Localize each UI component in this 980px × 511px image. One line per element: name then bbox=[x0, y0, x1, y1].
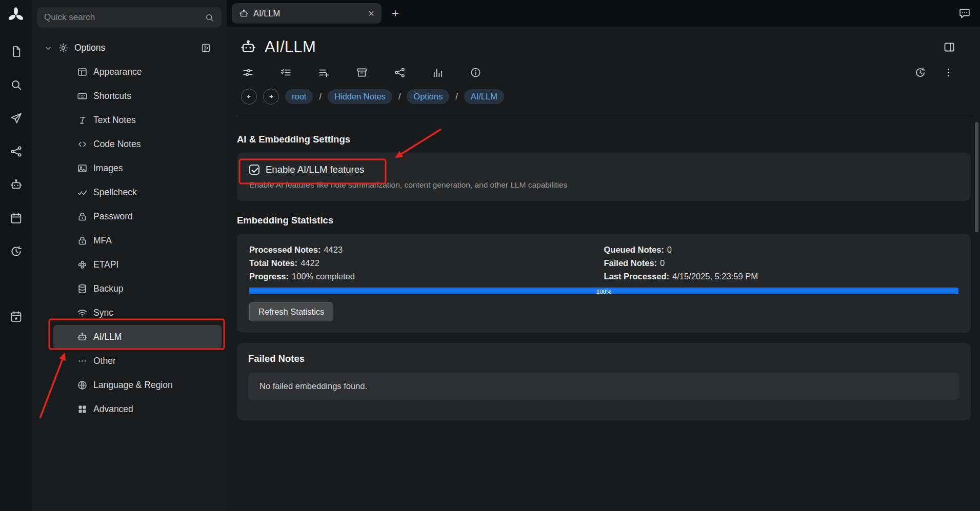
navigate-forward-button[interactable] bbox=[263, 89, 279, 105]
enable-ai-description: Enable AI features like note summarizati… bbox=[249, 180, 958, 190]
note-map-icon bbox=[10, 145, 23, 158]
tab-ai-llm[interactable]: AI/LLM × bbox=[232, 3, 382, 24]
note-actions-menu[interactable] bbox=[943, 67, 954, 78]
section-heading-ai-settings: AI & Embedding Settings bbox=[237, 134, 971, 145]
note-icon-button[interactable] bbox=[240, 39, 256, 55]
launcher-ai-chat[interactable] bbox=[10, 178, 23, 191]
kebab-menu-icon bbox=[943, 67, 954, 78]
keyboard-icon bbox=[77, 91, 88, 101]
chevron-down-icon[interactable] bbox=[44, 44, 52, 52]
ribbon-similar-notes[interactable] bbox=[432, 67, 444, 78]
grid-icon bbox=[77, 404, 88, 415]
sidebar-item-advanced[interactable]: Advanced bbox=[32, 397, 227, 421]
calendar-icon bbox=[10, 212, 23, 224]
create-split-button[interactable] bbox=[943, 41, 955, 53]
enable-ai-label[interactable]: Enable AI/LLM features bbox=[266, 164, 364, 175]
launcher-recent-changes[interactable] bbox=[10, 245, 23, 258]
scrollbar-thumb[interactable] bbox=[975, 122, 978, 232]
dots-icon bbox=[77, 356, 88, 366]
sidebar-item-mfa[interactable]: MFA bbox=[32, 229, 227, 253]
arrow-left-icon bbox=[245, 92, 253, 101]
tree-item-label: Spellcheck bbox=[93, 187, 137, 198]
ribbon-inherited-attributes[interactable] bbox=[318, 67, 330, 78]
launcher-calendar[interactable] bbox=[10, 212, 23, 224]
sidebar-item-options[interactable]: Options bbox=[32, 36, 227, 60]
ribbon-owned-attributes[interactable] bbox=[280, 67, 292, 78]
sidebar-item-password[interactable]: Password bbox=[32, 205, 227, 229]
sidebar-item-other[interactable]: Other bbox=[32, 349, 227, 373]
wifi-icon bbox=[77, 308, 88, 318]
tree-item-label: Backup bbox=[93, 283, 123, 294]
tree-item-label: Sync bbox=[93, 308, 113, 318]
stat-total-notes: Total Notes:4422 bbox=[249, 258, 604, 268]
sidebar-item-spellcheck[interactable]: Spellcheck bbox=[32, 180, 227, 205]
list-plus-icon bbox=[318, 67, 330, 78]
new-tab-button[interactable]: + bbox=[392, 6, 399, 21]
enable-ai-checkbox[interactable] bbox=[249, 165, 259, 175]
extension-icon bbox=[77, 259, 88, 270]
note-map-icon bbox=[394, 67, 406, 78]
sidebar-item-backup[interactable]: Backup bbox=[32, 277, 227, 301]
main-panel: AI/LLM × + AI/LLM bbox=[227, 0, 980, 511]
navigate-back-button[interactable] bbox=[241, 89, 257, 105]
breadcrumb-hidden-notes[interactable]: Hidden Notes bbox=[328, 89, 392, 104]
stat-progress: Progress:100% completed bbox=[249, 272, 604, 281]
tab-label: AI/LLM bbox=[253, 9, 280, 18]
launcher-today-journal[interactable] bbox=[10, 310, 23, 323]
tree-item-label: Other bbox=[93, 356, 116, 366]
database-icon bbox=[77, 283, 88, 294]
launcher-jump-to-note[interactable] bbox=[10, 112, 23, 125]
section-heading-failed-notes: Failed Notes bbox=[248, 353, 959, 364]
history-icon bbox=[914, 67, 926, 78]
sidebar-item-images[interactable]: Images bbox=[32, 156, 227, 180]
chat-button[interactable] bbox=[958, 7, 971, 19]
ai-settings-card: Enable AI/LLM features Enable AI feature… bbox=[237, 153, 971, 201]
sidebar-item-sync[interactable]: Sync bbox=[32, 301, 227, 325]
sidebar-item-language-region[interactable]: Language & Region bbox=[32, 373, 227, 397]
breadcrumb-separator: / bbox=[455, 92, 457, 101]
archive-icon bbox=[356, 67, 368, 78]
quick-search-input[interactable] bbox=[44, 12, 205, 23]
stat-queued-notes: Queued Notes:0 bbox=[604, 245, 959, 255]
breadcrumb-options[interactable]: Options bbox=[407, 89, 449, 104]
launcher-new-note[interactable] bbox=[10, 45, 23, 58]
breadcrumb-ai-llm[interactable]: AI/LLM bbox=[464, 89, 504, 104]
tree-item-label: ETAPI bbox=[93, 259, 118, 270]
sidebar-item-text-notes[interactable]: Text Notes bbox=[32, 108, 227, 132]
sidebar-item-code-notes[interactable]: Code Notes bbox=[32, 132, 227, 156]
tree-item-label: Shortcuts bbox=[93, 91, 131, 101]
note-revisions-button[interactable] bbox=[914, 67, 926, 78]
breadcrumb: root / Hidden Notes / Options / AI/LLM bbox=[227, 85, 980, 116]
ribbon-basic-properties[interactable] bbox=[242, 67, 254, 78]
failed-notes-card: Failed Notes No failed embeddings found. bbox=[237, 343, 971, 420]
enable-ai-checkbox-row[interactable]: Enable AI/LLM features bbox=[249, 164, 364, 175]
search-icon[interactable] bbox=[205, 13, 214, 23]
progress-label: 100% bbox=[596, 289, 611, 295]
arrow-right-icon bbox=[267, 92, 275, 101]
tree-item-label: MFA bbox=[93, 235, 112, 246]
lock-icon bbox=[77, 211, 88, 222]
launcher-note-map[interactable] bbox=[10, 145, 23, 158]
file-icon bbox=[10, 45, 23, 58]
gear-icon bbox=[58, 43, 69, 53]
tab-close-icon[interactable]: × bbox=[368, 8, 374, 18]
robot-icon bbox=[10, 178, 23, 191]
ribbon-note-paths[interactable] bbox=[356, 67, 368, 78]
sidebar-item-ai-llm[interactable]: AI/LLM bbox=[53, 325, 222, 349]
launcher-search[interactable] bbox=[10, 78, 23, 91]
refresh-statistics-button[interactable]: Refresh Statistics bbox=[249, 302, 333, 321]
sidebar-item-shortcuts[interactable]: Shortcuts bbox=[32, 84, 227, 108]
note-title[interactable]: AI/LLM bbox=[265, 38, 316, 56]
sidebar-item-etapi[interactable]: ETAPI bbox=[32, 253, 227, 277]
tree-item-label: AI/LLM bbox=[93, 332, 122, 342]
globe-icon bbox=[77, 380, 88, 391]
layout-icon bbox=[77, 67, 88, 77]
text-icon bbox=[77, 115, 88, 126]
sidebar-item-appearance[interactable]: Appearance bbox=[32, 60, 227, 84]
ribbon-note-map[interactable] bbox=[394, 67, 406, 78]
embedding-progress-bar: 100% bbox=[249, 288, 958, 294]
ribbon-note-info[interactable] bbox=[470, 67, 482, 78]
tree-actions-button[interactable] bbox=[201, 43, 211, 53]
breadcrumb-root[interactable]: root bbox=[285, 89, 313, 104]
robot-icon bbox=[240, 39, 256, 55]
